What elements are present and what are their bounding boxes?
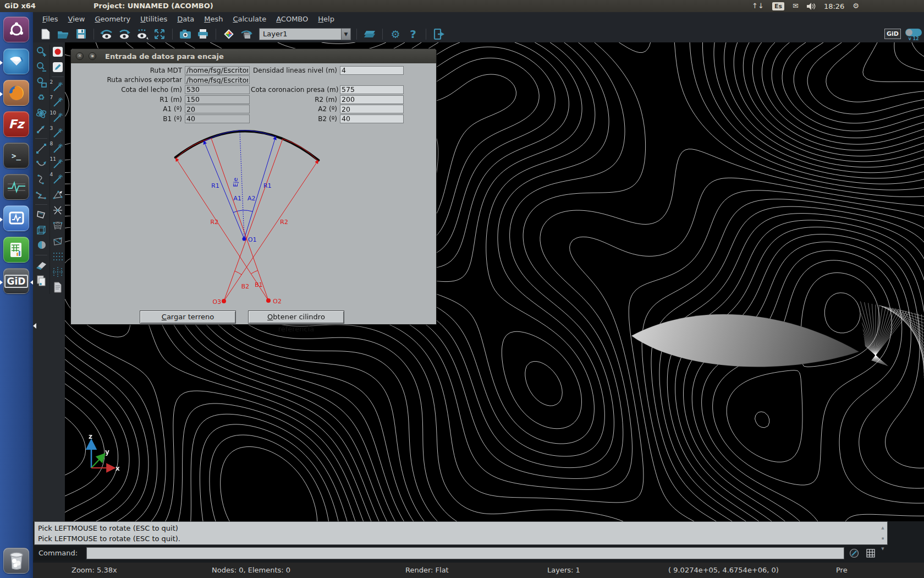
record-icon[interactable]	[51, 45, 65, 58]
wand-tool-10-icon[interactable]: 10	[51, 111, 65, 124]
copy-page-icon[interactable]	[34, 274, 48, 287]
save-project-icon[interactable]	[74, 28, 88, 41]
wand-tool-3-icon[interactable]: 3	[51, 126, 65, 140]
zoom-frame-icon[interactable]	[152, 28, 167, 41]
page-preview-icon[interactable]	[51, 280, 65, 294]
command-input[interactable]	[86, 547, 844, 559]
snapshot-icon[interactable]	[178, 28, 193, 41]
launcher-dash[interactable]	[3, 17, 29, 42]
open-project-icon[interactable]	[56, 28, 70, 41]
quit-icon[interactable]	[432, 28, 446, 41]
create-arc-icon[interactable]	[34, 157, 48, 171]
session-gear-icon[interactable]: ⚙	[853, 0, 859, 12]
create-line-icon[interactable]	[34, 141, 48, 155]
pan-view-icon[interactable]	[117, 28, 131, 41]
wand-tool-2-icon[interactable]: 2	[51, 80, 65, 94]
zoom-view-icon[interactable]	[135, 28, 149, 41]
field-r1[interactable]	[185, 95, 250, 104]
new-project-icon[interactable]	[38, 28, 53, 41]
help-icon[interactable]: ?	[406, 28, 420, 41]
launcher-libreoffice-calc[interactable]	[3, 237, 29, 263]
launcher-gid[interactable]: GiD	[3, 268, 29, 294]
field-densidad[interactable]	[340, 66, 404, 75]
scroll-thumb[interactable]: ▪	[882, 533, 884, 544]
network-updown-icon[interactable]: ↑↓	[752, 0, 764, 12]
create-volume-icon[interactable]	[34, 223, 48, 237]
grid-lines-icon[interactable]	[51, 265, 65, 279]
redraw-icon[interactable]: ♻	[34, 91, 48, 105]
field-cota-lecho[interactable]	[185, 85, 250, 94]
layers-panel-icon[interactable]	[362, 28, 377, 41]
mesh-star-icon[interactable]	[51, 203, 65, 217]
mail-icon[interactable]: ✉	[793, 0, 799, 12]
mesh-triangle-icon[interactable]	[51, 188, 65, 201]
field-cota-coronacion[interactable]	[340, 85, 404, 94]
field-r2[interactable]	[340, 95, 404, 104]
launcher-system-monitor[interactable]	[3, 174, 29, 200]
zoom-in-icon[interactable]	[34, 45, 48, 58]
palette-collapse-handle[interactable]	[33, 323, 36, 329]
clock[interactable]: 18:26	[824, 2, 844, 10]
menu-files[interactable]: Files	[37, 13, 63, 25]
rotate-orbit-icon[interactable]	[34, 106, 48, 120]
load-terrain-button[interactable]: Cargar terreno	[140, 310, 236, 324]
dialog-shade-icon[interactable]: ▪	[89, 52, 96, 60]
field-b2[interactable]	[340, 114, 404, 123]
create-surface-icon[interactable]	[34, 208, 48, 221]
grid-view-icon[interactable]	[864, 547, 877, 559]
wand-tool-8-icon[interactable]: 8	[51, 141, 65, 155]
menu-utilities[interactable]: Utilities	[135, 13, 172, 25]
field-ruta-mdt[interactable]	[185, 66, 250, 75]
menu-acombo[interactable]: ACOMBO	[271, 13, 313, 25]
zoom-out-icon[interactable]	[34, 60, 48, 74]
launcher-thunderbird[interactable]	[3, 48, 29, 74]
pan-move-icon[interactable]	[34, 122, 48, 135]
version-toggle[interactable]	[905, 29, 922, 36]
volume-icon[interactable]	[807, 3, 816, 10]
menu-help[interactable]: Help	[313, 13, 339, 25]
chevron-down-icon[interactable]: ▼	[341, 29, 350, 40]
draw-mode-icon[interactable]	[848, 547, 861, 559]
keyboard-layout-indicator[interactable]: Es	[772, 2, 784, 10]
launcher-filezilla[interactable]: Fz	[3, 111, 29, 137]
get-reference-cylinder-button[interactable]: Obtener cilindro referencia	[248, 310, 344, 324]
create-polyline-icon[interactable]	[34, 188, 48, 201]
status-render-mode[interactable]: Render: Flat	[405, 566, 449, 574]
launcher-terminal[interactable]: >_	[3, 143, 29, 168]
mesh-surface-icon[interactable]	[51, 219, 65, 232]
menu-data[interactable]: Data	[172, 13, 199, 25]
delete-eraser-icon[interactable]	[34, 258, 48, 272]
layer-selector[interactable]: Layer1 ▼	[259, 28, 351, 40]
wand-tool-7-icon[interactable]: 7	[51, 95, 65, 109]
menu-mesh[interactable]: Mesh	[199, 13, 228, 25]
print-icon[interactable]	[196, 28, 210, 41]
menu-calculate[interactable]: Calculate	[228, 13, 271, 25]
dialog-titlebar[interactable]: ✕ ▪ Entrada de datos para encaje	[71, 49, 436, 63]
zoom-window-icon[interactable]	[34, 75, 48, 89]
message-scrollbar[interactable]: ▲ ▪ ▼	[879, 523, 886, 543]
scroll-up-icon[interactable]: ▲	[881, 523, 884, 533]
wand-tool-11-icon[interactable]: 11	[51, 157, 65, 171]
field-a1[interactable]	[185, 105, 250, 113]
edit-pencil-icon[interactable]	[51, 60, 65, 74]
menu-view[interactable]: View	[63, 13, 90, 25]
status-pre-post-mode[interactable]: Pre	[836, 566, 848, 574]
launcher-monitor-app[interactable]	[3, 205, 29, 231]
menu-geometry[interactable]: Geometry	[90, 13, 135, 25]
grid-points-icon[interactable]	[51, 249, 65, 263]
status-layers[interactable]: Layers: 1	[547, 566, 580, 574]
mesh-edit-icon[interactable]	[51, 234, 65, 248]
dialog-close-icon[interactable]: ✕	[76, 52, 84, 60]
render-mode-icon[interactable]	[239, 28, 254, 41]
wand-tool-4-icon[interactable]: 4	[51, 172, 65, 186]
field-ruta-exportar[interactable]	[185, 75, 250, 84]
layer-color-icon[interactable]	[222, 28, 236, 41]
create-spline-icon[interactable]	[34, 172, 48, 186]
launcher-firefox[interactable]	[3, 80, 29, 106]
create-object-icon[interactable]	[34, 238, 48, 252]
field-a2[interactable]	[340, 105, 404, 113]
rotate-view-icon[interactable]	[100, 28, 114, 41]
launcher-trash[interactable]	[3, 548, 29, 574]
preferences-gear-icon[interactable]: ⚙	[388, 28, 403, 41]
field-b1[interactable]	[185, 114, 250, 123]
